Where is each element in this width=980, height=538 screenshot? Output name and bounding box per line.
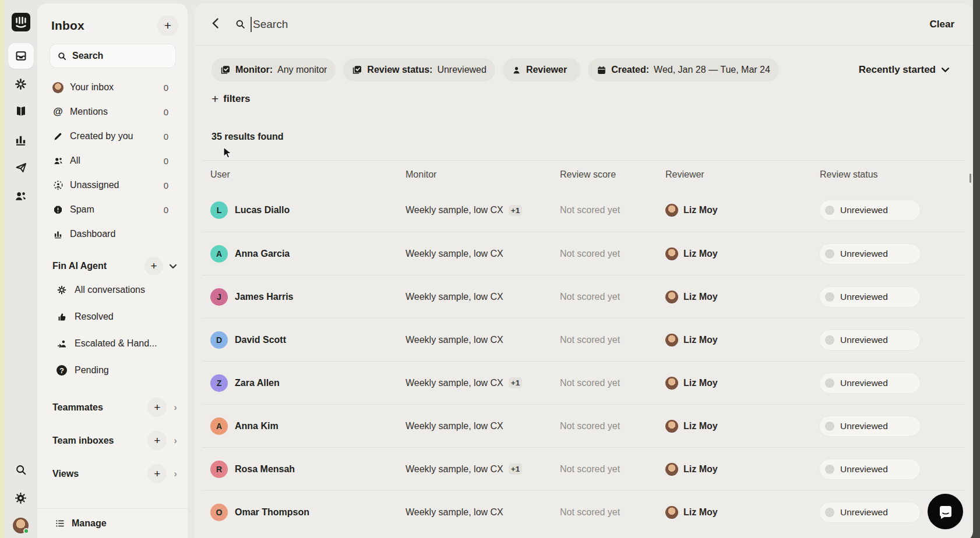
table-row[interactable]: L Lucas Diallo Weekly sample, low CX +1 … [202, 189, 965, 232]
status-label: Unreviewed [840, 249, 888, 259]
review-status-toggle[interactable]: Unreviewed [820, 502, 920, 522]
calendar-icon [597, 65, 607, 75]
views-add-button[interactable]: + [147, 464, 167, 483]
intercom-launcher-button[interactable] [928, 494, 963, 529]
nav-contacts-button[interactable] [8, 183, 34, 208]
review-status-toggle[interactable]: Unreviewed [820, 200, 920, 220]
rail-settings-button[interactable] [8, 485, 34, 511]
sidebar-item-pending[interactable]: ? Pending [37, 357, 188, 384]
column-header-review-status[interactable]: Review status [820, 169, 965, 180]
column-header-review-score[interactable]: Review score [560, 169, 665, 180]
column-header-user[interactable]: User [210, 169, 406, 180]
count-badge: 0 [164, 180, 168, 190]
sidebar-group-teammates[interactable]: Teammates + › [37, 391, 188, 424]
filter-chip-reviewer[interactable]: Reviewer [503, 58, 580, 82]
review-status-toggle[interactable]: Unreviewed [820, 373, 920, 393]
user-avatar: Z [210, 374, 228, 392]
filter-chip-created[interactable]: Created:Wed, Jan 28 — Tue, Mar 24 [588, 58, 779, 82]
sort-dropdown[interactable]: Recently started [859, 64, 950, 76]
rail-search-button[interactable] [8, 457, 34, 483]
intercom-logo-icon[interactable] [12, 13, 30, 31]
fin-section-title: Fin AI Agent [52, 261, 107, 271]
sidebar-item-mentions[interactable]: @ Mentions 0 [37, 100, 188, 124]
sidebar-item-dashboard[interactable]: Dashboard [37, 222, 188, 246]
sidebar-search-input[interactable]: Search [50, 44, 175, 68]
chevron-down-icon [941, 67, 950, 73]
sidebar-item-all-conversations[interactable]: All conversations [37, 277, 188, 303]
status-dot-icon [825, 249, 834, 259]
filter-chip-review-status[interactable]: Review status:Unreviewed [343, 58, 495, 82]
table-row[interactable]: O Omar Thompson Weekly sample, low CX No… [202, 490, 965, 533]
table-body: L Lucas Diallo Weekly sample, low CX +1 … [202, 189, 965, 533]
clear-button[interactable]: Clear [929, 19, 954, 30]
reviewer-name: Liz Moy [683, 464, 718, 475]
thumb-up-icon [56, 312, 68, 322]
table-row[interactable]: A Anna Kim Weekly sample, low CX Not sco… [202, 404, 965, 447]
review-status-toggle[interactable]: Unreviewed [820, 416, 920, 436]
table-row[interactable]: R Rosa Mensah Weekly sample, low CX +1 N… [202, 447, 965, 490]
fin-add-button[interactable]: + [144, 257, 163, 275]
manage-button[interactable]: Manage [37, 508, 188, 538]
nav-inbox-button[interactable] [8, 43, 34, 69]
filter-chip-monitor[interactable]: Monitor:Any monitor [211, 58, 336, 82]
review-score-value: Not scored yet [560, 421, 665, 431]
user-name: Zara Allen [235, 378, 280, 388]
review-score-value: Not scored yet [560, 464, 665, 475]
reviewer-avatar [665, 334, 678, 346]
user-avatar: D [210, 331, 228, 349]
table-row[interactable]: J James Harris Weekly sample, low CX Not… [202, 275, 965, 318]
review-status-toggle[interactable]: Unreviewed [820, 244, 920, 264]
column-header-monitor[interactable]: Monitor [406, 169, 560, 180]
search-icon [15, 463, 27, 476]
sidebar-item-your-inbox[interactable]: Your inbox 0 [37, 75, 188, 100]
sidebar-item-created-by-you[interactable]: Created by you 0 [37, 124, 188, 148]
review-status-toggle[interactable]: Unreviewed [820, 287, 920, 307]
fin-ai-icon [14, 77, 27, 91]
new-conversation-button[interactable]: + [157, 15, 178, 36]
sidebar-group-views[interactable]: Views + › [37, 457, 188, 490]
sidebar-item-unassigned[interactable]: Unassigned 0 [37, 173, 188, 197]
table-row[interactable]: A Anna Garcia Weekly sample, low CX Not … [202, 232, 965, 275]
escalated-person-icon [56, 338, 68, 349]
monitor-check-icon [352, 65, 362, 75]
review-status-toggle[interactable]: Unreviewed [820, 330, 920, 350]
sidebar-item-all[interactable]: All 0 [37, 148, 188, 173]
monitor-extra-badge: +1 [509, 377, 522, 388]
nav-reports-button[interactable] [8, 127, 34, 153]
sidebar-item-escalated[interactable]: Escalated & Hand... [37, 330, 188, 357]
sidebar-group-team-inboxes[interactable]: Team inboxes + › [37, 424, 188, 457]
teammates-add-button[interactable]: + [147, 398, 167, 417]
review-status-toggle[interactable]: Unreviewed [820, 459, 920, 479]
user-avatar: O [210, 504, 228, 521]
review-score-value: Not scored yet [560, 507, 665, 518]
monitor-extra-badge: +1 [509, 205, 522, 216]
add-filters-button[interactable]: + filters [211, 92, 973, 106]
scrollbar-thumb[interactable] [970, 174, 971, 183]
sidebar-item-spam[interactable]: Spam 0 [37, 197, 188, 222]
chevron-down-icon[interactable] [169, 262, 177, 271]
nav-outbound-button[interactable] [8, 155, 34, 180]
search-results-panel: Search Clear Monitor:Any monitor Review … [194, 3, 973, 538]
back-button[interactable] [211, 16, 229, 33]
pending-icon: ? [56, 365, 68, 376]
sidebar-item-resolved[interactable]: Resolved [37, 303, 188, 330]
column-header-reviewer[interactable]: Reviewer [665, 169, 820, 180]
person-icon [512, 65, 521, 75]
user-name: Rosa Mensah [235, 464, 295, 475]
reviewer-avatar [665, 204, 678, 217]
team-inboxes-add-button[interactable]: + [147, 431, 167, 450]
nav-knowledge-button[interactable] [8, 99, 34, 125]
monitor-value: Weekly sample, low CX [406, 335, 503, 345]
reviewer-avatar [665, 463, 678, 476]
nav-fin-ai-button[interactable] [8, 71, 34, 97]
table-row[interactable]: D David Scott Weekly sample, low CX Not … [202, 318, 965, 361]
count-badge: 0 [164, 156, 168, 166]
search-input[interactable]: Search [253, 18, 288, 31]
results-table: User Monitor Review score Reviewer Revie… [194, 160, 973, 533]
table-row[interactable]: Z Zara Allen Weekly sample, low CX +1 No… [202, 361, 965, 404]
profile-avatar[interactable] [13, 518, 29, 533]
sidebar-search-label: Search [72, 51, 103, 61]
reviewer-avatar [665, 420, 678, 433]
dashboard-icon [52, 229, 64, 239]
inbox-icon [14, 49, 28, 63]
